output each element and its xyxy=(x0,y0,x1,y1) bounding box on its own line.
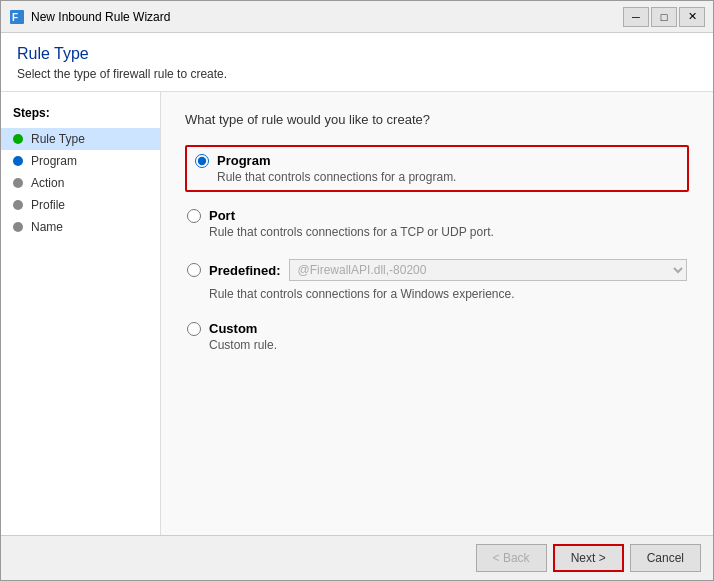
step-dot-program xyxy=(13,156,23,166)
steps-sidebar: Steps: Rule Type Program Action Profile … xyxy=(1,92,161,535)
steps-label: Steps: xyxy=(1,102,160,128)
step-dot-name xyxy=(13,222,23,232)
predefined-dropdown[interactable]: @FirewallAPI.dll,-80200 xyxy=(289,259,687,281)
next-button[interactable]: Next > xyxy=(553,544,624,572)
option-custom: Custom Custom rule. xyxy=(185,317,689,356)
window-controls: ─ □ ✕ xyxy=(623,7,705,27)
option-program-desc: Rule that controls connections for a pro… xyxy=(217,170,679,184)
cancel-button[interactable]: Cancel xyxy=(630,544,701,572)
radio-port[interactable] xyxy=(187,209,201,223)
sidebar-item-action[interactable]: Action xyxy=(1,172,160,194)
option-port-label: Port xyxy=(209,208,235,223)
question-text: What type of rule would you like to crea… xyxy=(185,112,689,127)
radio-custom[interactable] xyxy=(187,322,201,336)
option-custom-desc: Custom rule. xyxy=(209,338,687,352)
radio-group: Program Rule that controls connections f… xyxy=(185,145,689,356)
option-port: Port Rule that controls connections for … xyxy=(185,204,689,243)
sidebar-item-profile[interactable]: Profile xyxy=(1,194,160,216)
sidebar-item-label-profile: Profile xyxy=(31,198,65,212)
sidebar-item-rule-type[interactable]: Rule Type xyxy=(1,128,160,150)
maximize-button[interactable]: □ xyxy=(651,7,677,27)
sidebar-item-label-rule-type: Rule Type xyxy=(31,132,85,146)
window-icon: F xyxy=(9,9,25,25)
window-title: New Inbound Rule Wizard xyxy=(31,10,623,24)
option-program-label: Program xyxy=(217,153,270,168)
title-bar: F New Inbound Rule Wizard ─ □ ✕ xyxy=(1,1,713,33)
page-subtitle: Select the type of firewall rule to crea… xyxy=(17,67,697,81)
wizard-window: F New Inbound Rule Wizard ─ □ ✕ Rule Typ… xyxy=(0,0,714,581)
radio-program[interactable] xyxy=(195,154,209,168)
sidebar-item-label-name: Name xyxy=(31,220,63,234)
option-predefined-label: Predefined: xyxy=(209,263,281,278)
sidebar-item-name[interactable]: Name xyxy=(1,216,160,238)
wizard-header: Rule Type Select the type of firewall ru… xyxy=(1,33,713,92)
step-dot-profile xyxy=(13,200,23,210)
radio-predefined[interactable] xyxy=(187,263,201,277)
page-title: Rule Type xyxy=(17,45,697,63)
option-predefined-desc: Rule that controls connections for a Win… xyxy=(209,287,687,301)
step-dot-rule-type xyxy=(13,134,23,144)
wizard-footer: < Back Next > Cancel xyxy=(1,535,713,580)
svg-text:F: F xyxy=(12,12,18,23)
minimize-button[interactable]: ─ xyxy=(623,7,649,27)
main-panel: What type of rule would you like to crea… xyxy=(161,92,713,535)
sidebar-item-label-program: Program xyxy=(31,154,77,168)
option-predefined: Predefined: @FirewallAPI.dll,-80200 Rule… xyxy=(185,255,689,305)
step-dot-action xyxy=(13,178,23,188)
option-custom-label: Custom xyxy=(209,321,257,336)
sidebar-item-program[interactable]: Program xyxy=(1,150,160,172)
sidebar-item-label-action: Action xyxy=(31,176,64,190)
option-port-desc: Rule that controls connections for a TCP… xyxy=(209,225,687,239)
back-button[interactable]: < Back xyxy=(476,544,547,572)
content-area: Steps: Rule Type Program Action Profile … xyxy=(1,92,713,535)
option-program: Program Rule that controls connections f… xyxy=(185,145,689,192)
close-button[interactable]: ✕ xyxy=(679,7,705,27)
